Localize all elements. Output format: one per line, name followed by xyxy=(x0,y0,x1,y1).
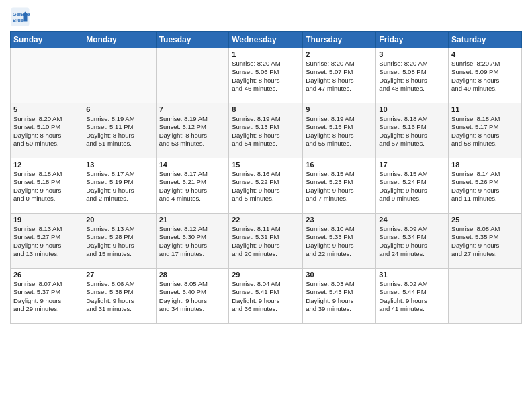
day-info: Daylight: 9 hours xyxy=(232,187,300,195)
day-number: 9 xyxy=(306,105,373,113)
calendar-cell: 13Sunrise: 8:17 AMSunset: 5:19 PMDayligh… xyxy=(83,158,156,214)
calendar-cell: 21Sunrise: 8:12 AMSunset: 5:30 PMDayligh… xyxy=(156,214,229,269)
day-info: Daylight: 9 hours xyxy=(232,242,300,250)
logo-icon: General Blue xyxy=(10,7,30,27)
day-info: Sunset: 5:35 PM xyxy=(451,233,519,241)
day-info: and 31 minutes. xyxy=(86,305,152,313)
day-info: Sunrise: 8:19 AM xyxy=(232,115,300,123)
header-wednesday: Wednesday xyxy=(229,32,303,48)
day-info: Daylight: 8 hours xyxy=(13,132,80,140)
day-info: Daylight: 9 hours xyxy=(379,297,445,305)
header-saturday: Saturday xyxy=(449,32,522,48)
day-info: Sunrise: 8:07 AM xyxy=(13,280,80,288)
day-info: Daylight: 8 hours xyxy=(232,77,300,85)
svg-text:Blue: Blue xyxy=(13,17,24,24)
calendar-cell: 30Sunrise: 8:03 AMSunset: 5:43 PMDayligh… xyxy=(303,269,376,324)
day-info: and 41 minutes. xyxy=(379,305,445,313)
day-info: Daylight: 9 hours xyxy=(306,242,373,250)
day-number: 21 xyxy=(159,216,226,224)
calendar-cell: 9Sunrise: 8:19 AMSunset: 5:15 PMDaylight… xyxy=(303,103,376,158)
day-number: 1 xyxy=(232,50,300,58)
calendar-cell: 24Sunrise: 8:09 AMSunset: 5:34 PMDayligh… xyxy=(376,214,449,269)
calendar-header-row: SundayMondayTuesdayWednesdayThursdayFrid… xyxy=(11,32,522,48)
day-number: 12 xyxy=(13,161,80,169)
day-info: and 17 minutes. xyxy=(159,250,226,258)
day-info: and 39 minutes. xyxy=(306,305,373,313)
day-info: Sunset: 5:34 PM xyxy=(379,233,445,241)
day-info: Sunrise: 8:05 AM xyxy=(159,280,226,288)
day-info: Sunrise: 8:09 AM xyxy=(379,225,445,233)
day-number: 19 xyxy=(13,216,80,224)
day-info: Sunset: 5:21 PM xyxy=(159,178,226,186)
day-number: 29 xyxy=(232,271,300,279)
day-info: and 9 minutes. xyxy=(379,195,445,203)
day-info: Daylight: 8 hours xyxy=(86,132,152,140)
day-info: Sunset: 5:19 PM xyxy=(86,178,152,186)
calendar-cell: 23Sunrise: 8:10 AMSunset: 5:33 PMDayligh… xyxy=(303,214,376,269)
day-info: Sunrise: 8:03 AM xyxy=(306,280,373,288)
day-info: and 47 minutes. xyxy=(306,85,373,93)
day-info: and 0 minutes. xyxy=(13,195,80,203)
day-info: Sunrise: 8:19 AM xyxy=(306,115,373,123)
calendar-cell xyxy=(449,269,522,324)
calendar-cell: 19Sunrise: 8:13 AMSunset: 5:27 PMDayligh… xyxy=(11,214,83,269)
day-info: Daylight: 9 hours xyxy=(379,242,445,250)
day-info: Sunrise: 8:20 AM xyxy=(451,60,519,68)
day-info: and 29 minutes. xyxy=(13,305,80,313)
day-info: Daylight: 9 hours xyxy=(451,187,519,195)
calendar-week-5: 26Sunrise: 8:07 AMSunset: 5:37 PMDayligh… xyxy=(11,269,522,324)
header-tuesday: Tuesday xyxy=(156,32,229,48)
day-number: 18 xyxy=(451,161,519,169)
day-number: 30 xyxy=(306,271,373,279)
calendar-week-4: 19Sunrise: 8:13 AMSunset: 5:27 PMDayligh… xyxy=(11,214,522,269)
day-info: Sunset: 5:06 PM xyxy=(232,68,300,76)
day-info: Daylight: 8 hours xyxy=(306,132,373,140)
day-info: Daylight: 9 hours xyxy=(159,297,226,305)
day-number: 11 xyxy=(451,105,519,113)
day-number: 16 xyxy=(306,161,373,169)
day-info: and 54 minutes. xyxy=(232,140,300,148)
calendar-cell: 11Sunrise: 8:18 AMSunset: 5:17 PMDayligh… xyxy=(449,103,522,158)
day-info: and 7 minutes. xyxy=(306,195,373,203)
day-info: and 51 minutes. xyxy=(86,140,152,148)
day-info: and 15 minutes. xyxy=(86,250,152,258)
day-info: and 49 minutes. xyxy=(451,85,519,93)
day-info: Sunset: 5:37 PM xyxy=(13,288,80,296)
day-info: Sunrise: 8:17 AM xyxy=(159,170,226,178)
calendar-cell: 7Sunrise: 8:19 AMSunset: 5:12 PMDaylight… xyxy=(156,103,229,158)
day-number: 2 xyxy=(306,50,373,58)
day-info: and 58 minutes. xyxy=(451,140,519,148)
calendar-cell: 3Sunrise: 8:20 AMSunset: 5:08 PMDaylight… xyxy=(376,48,449,103)
header-friday: Friday xyxy=(376,32,449,48)
day-info: and 20 minutes. xyxy=(232,250,300,258)
calendar-cell: 4Sunrise: 8:20 AMSunset: 5:09 PMDaylight… xyxy=(449,48,522,103)
page-container: General Blue SundayMondayTuesdayWednesda… xyxy=(0,0,532,411)
day-info: Sunrise: 8:12 AM xyxy=(159,225,226,233)
day-info: and 2 minutes. xyxy=(86,195,152,203)
calendar-cell: 20Sunrise: 8:13 AMSunset: 5:28 PMDayligh… xyxy=(83,214,156,269)
day-info: Sunset: 5:09 PM xyxy=(451,68,519,76)
day-info: Sunset: 5:23 PM xyxy=(306,178,373,186)
calendar-cell: 17Sunrise: 8:15 AMSunset: 5:24 PMDayligh… xyxy=(376,158,449,214)
calendar-cell: 12Sunrise: 8:18 AMSunset: 5:18 PMDayligh… xyxy=(11,158,83,214)
day-info: Sunrise: 8:06 AM xyxy=(86,280,152,288)
day-info: Sunset: 5:17 PM xyxy=(451,123,519,131)
calendar-week-1: 1Sunrise: 8:20 AMSunset: 5:06 PMDaylight… xyxy=(11,48,522,103)
day-info: Sunset: 5:43 PM xyxy=(306,288,373,296)
day-info: Sunset: 5:33 PM xyxy=(306,233,373,241)
day-info: Sunrise: 8:11 AM xyxy=(232,225,300,233)
day-info: Daylight: 9 hours xyxy=(379,187,445,195)
day-info: Sunrise: 8:20 AM xyxy=(306,60,373,68)
day-info: and 22 minutes. xyxy=(306,250,373,258)
calendar-cell xyxy=(83,48,156,103)
day-number: 23 xyxy=(306,216,373,224)
day-number: 7 xyxy=(159,105,226,113)
header-sunday: Sunday xyxy=(11,32,83,48)
day-info: Sunset: 5:08 PM xyxy=(379,68,445,76)
day-info: and 55 minutes. xyxy=(306,140,373,148)
day-info: Sunrise: 8:18 AM xyxy=(13,170,80,178)
day-number: 15 xyxy=(232,161,300,169)
day-info: Daylight: 8 hours xyxy=(306,77,373,85)
day-number: 8 xyxy=(232,105,300,113)
day-info: Daylight: 9 hours xyxy=(159,187,226,195)
